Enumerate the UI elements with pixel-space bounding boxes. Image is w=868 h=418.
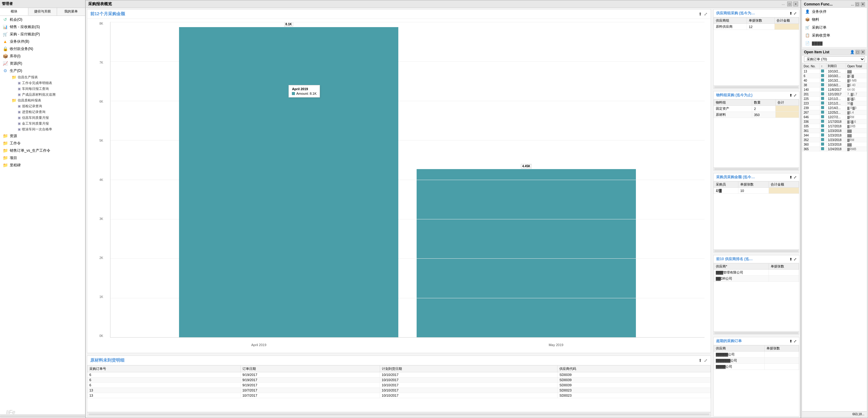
oi-col-sort[interactable]: ↑ — [819, 63, 827, 69]
common-func-close-btn[interactable]: × — [861, 2, 865, 6]
sg-scrollbar[interactable] — [714, 85, 799, 89]
sub-item-metalwork-quality[interactable]: ▣ 金工车间质量月报 — [15, 120, 85, 127]
func-item-goods-receipt[interactable]: 📋 采购收货单 — [802, 31, 867, 39]
list-item[interactable]: 201 12/1/2017 7, ▓1.7 — [802, 92, 867, 97]
open-item-table-container[interactable]: Doc. No. ↑ 到期日 Open Total 13 10/10/2... … — [802, 63, 867, 411]
material-group-expand-btn[interactable]: ⤢ — [794, 93, 797, 98]
buyer-expand-btn[interactable]: ⤢ — [794, 175, 797, 179]
list-item[interactable]: 352 1/23/2018 ▓RM — [802, 138, 867, 142]
tab-modules[interactable]: 模块 — [0, 8, 28, 15]
func-item-purchase-order[interactable]: 🛒 采购订单 — [802, 24, 867, 31]
list-item[interactable]: 361 1/23/2018 ▓▓ — [802, 129, 867, 133]
buyer-export-btn[interactable]: ⬆ — [789, 175, 793, 179]
list-item[interactable]: 6 10/10/2... ▓C▓ — [802, 74, 867, 78]
raw-material-expand-btn[interactable]: ⤢ — [704, 358, 708, 363]
common-func-minimize-btn[interactable]: □ — [855, 2, 860, 6]
table-row[interactable]: 13 10/7/2017 10/10/2017 SD0023 — [88, 388, 711, 393]
sub-item-xinchang-quality-monthly[interactable]: ▣ 信昌车间质量月报 — [15, 115, 85, 120]
sub-item-workshop-report[interactable]: ▣ 车间每日报工查询 — [15, 86, 85, 92]
open-item-minimize-btn[interactable]: □ — [856, 50, 860, 54]
table-row[interactable]: 6 9/19/2017 10/10/2017 SD0039 — [88, 372, 711, 378]
supplier-group-expand-btn[interactable]: ⤢ — [794, 11, 797, 15]
material-group-table-container[interactable]: 物料组 数量 合计 固定资产 2 — [714, 99, 799, 167]
dashboard-menu-btn[interactable]: ... — [782, 2, 785, 6]
buyer-table-container[interactable]: 采购员 单据张数 合计金额 赵▓ 10 — [714, 181, 799, 249]
material-group-export-btn[interactable]: ⬆ — [789, 93, 793, 98]
mg-scrollbar[interactable] — [714, 167, 799, 170]
overdue-po-table-container[interactable]: 供应商 单据张数 ▓▓▓▓▓公司 — [714, 345, 799, 416]
table-row[interactable]: ▓▓▓▓▓▓公司 — [714, 358, 799, 364]
sub-item-patrol[interactable]: ▣ 巡检记录查询 — [15, 103, 85, 109]
top10-supplier-expand-btn[interactable]: ⤢ — [794, 257, 797, 262]
list-item[interactable]: 344 1/23/2018 ▓▓ — [802, 133, 867, 138]
table-row[interactable]: 6 9/19/2017 10/10/2017 SD0039 — [88, 378, 711, 383]
table-row[interactable]: ▓▓DR公司 — [714, 276, 799, 282]
sidebar-item-opportunity[interactable]: ↺ 机会(O) — [0, 16, 85, 23]
bar-group-may[interactable]: 4.45K — [407, 164, 645, 337]
list-item[interactable]: 267 12/25/2... ▓5.4 — [802, 110, 867, 115]
dashboard-close-btn[interactable]: × — [793, 2, 798, 6]
table-row[interactable]: 6 9/19/2017 10/10/2017 SD0039 — [88, 383, 711, 388]
list-item[interactable]: 336 1/17/2018 ▓1▓.6 — [802, 119, 867, 124]
common-func-menu-btn[interactable]: ... — [851, 2, 854, 6]
overdue-po-expand-btn[interactable]: ⤢ — [794, 339, 797, 343]
list-item[interactable]: 335 1/17/2018 ▓1RB — [802, 124, 867, 129]
supplier-group-table-container[interactable]: 供应商组 单据张数 合计金额 原料供应商 12 — [714, 18, 799, 85]
supplier-group-export-btn[interactable]: ⬆ — [789, 11, 793, 15]
sidebar-item-resource[interactable]: 📁 资源 — [0, 132, 85, 140]
list-item[interactable]: 223 12/11/2... 95▓ — [802, 101, 867, 106]
sub-item-incoming-inspection[interactable]: ▣ 进货检记录查询 — [15, 109, 85, 115]
sidebar-item-sales-vs-production[interactable]: 📁 销售订单_vs_生产工作令 — [0, 147, 85, 154]
open-item-close-btn[interactable]: × — [861, 50, 865, 54]
raw-material-export-btn[interactable]: ⬆ — [699, 358, 702, 363]
sidebar-item-project[interactable]: 📁 项目 — [0, 154, 85, 162]
raw-material-table-container[interactable]: 采购订单号 订单日期 计划到货日期 供应商代码 6 9/ — [87, 365, 711, 412]
table-row[interactable]: 13 10/7/2017 10/10/2017 SD0023 — [88, 393, 711, 398]
sub-item-product-trace[interactable]: ▣ 产成品原材料批次追溯 — [15, 92, 85, 98]
sg-hscroll[interactable] — [714, 86, 799, 88]
bar-april[interactable] — [179, 27, 398, 337]
list-item[interactable]: 239 12/14/2... ▓ R▓3 — [802, 106, 867, 110]
table-row[interactable]: 赵▓ 10 — [714, 188, 799, 194]
top10-supplier-export-btn[interactable]: ⬆ — [789, 257, 793, 262]
list-item[interactable]: 365 1/24/2018 ▓RMB — [802, 147, 867, 151]
sub-item-painting-quality[interactable]: ▣ 喷涂车间一次合格率 — [15, 127, 85, 132]
table-row[interactable]: 固定资产 2 — [714, 106, 799, 112]
sidebar-scroll[interactable]: ↺ 机会(O) 📊 销售 - 应收账款(S) 🛒 采购 - 应付账款(P) ▲ … — [0, 16, 85, 414]
open-item-dropdown[interactable]: 采购订单 (70) — [804, 56, 865, 62]
sidebar-item-business-partner[interactable]: ▲ 业务伙伴(B) — [0, 38, 85, 45]
list-item[interactable]: 13 10/10/2... ▓▓ — [802, 69, 867, 74]
sidebar-item-milestone[interactable]: 📁 里程碑 — [0, 162, 85, 169]
top10-supplier-table-container[interactable]: 供应商* 单据张数 ▓▓▓管理有限公司 — [714, 263, 799, 331]
func-item-extra[interactable]: 📄 ▓▓▓▓ — [802, 39, 867, 47]
bar-group-april[interactable]: 8.1K — [170, 22, 407, 337]
sidebar-item-banking[interactable]: 🔒 收付款业务(N) — [0, 45, 85, 53]
sidebar-item-production[interactable]: ⚙ 生产(D) — [0, 67, 85, 74]
table-row[interactable]: 原料供应商 12 — [714, 24, 799, 30]
list-item[interactable]: 140 11/8/2017 64 00 — [802, 88, 867, 92]
bar-may[interactable] — [416, 169, 636, 337]
tab-my-menu[interactable]: 我的菜单 — [57, 8, 85, 15]
buyer-scrollbar[interactable] — [714, 249, 799, 252]
sidebar-item-workorder[interactable]: 📁 工作令 — [0, 140, 85, 147]
table-row[interactable]: ▓▓▓管理有限公司 — [714, 270, 799, 276]
mg-hscroll[interactable] — [714, 168, 799, 170]
tab-shortcuts[interactable]: 捷径与关联 — [28, 8, 57, 15]
func-item-business-partner[interactable]: 👤 业务伙伴 — [802, 8, 867, 15]
list-item[interactable]: 360 1/23/2018 ▓▓ — [802, 142, 867, 147]
sidebar-item-sales-ar[interactable]: 📊 销售 - 应收账款(S) — [0, 23, 85, 31]
t10-scrollbar[interactable] — [714, 331, 799, 334]
list-item[interactable]: 646 12/27/2... ▓RM — [802, 115, 867, 119]
table-row[interactable]: 原材料 350 — [714, 112, 799, 118]
table-row[interactable]: ▓▓▓▓公司 — [714, 364, 799, 370]
sidebar-item-purchase-ap[interactable]: 🛒 采购 - 应付账款(P) — [0, 31, 85, 38]
list-item[interactable]: 40 10/13/2... ▓9 MB — [802, 78, 867, 83]
sidebar-item-resources[interactable]: 📈 资源(R) — [0, 60, 85, 67]
raw-material-hscroll[interactable] — [88, 413, 709, 415]
sub-item-work-order[interactable]: ▣ 工作令完成率明细表 — [15, 80, 85, 86]
sidebar-item-inventory[interactable]: 📦 库存(I) — [0, 53, 85, 60]
chart-12months-export-btn[interactable]: ⬆ — [699, 11, 702, 16]
list-item[interactable]: 225 12/11/2... ▓1▓2. — [802, 97, 867, 101]
chart-12months-expand-btn[interactable]: ⤢ — [704, 11, 708, 16]
buyer-hscroll[interactable] — [714, 250, 799, 252]
